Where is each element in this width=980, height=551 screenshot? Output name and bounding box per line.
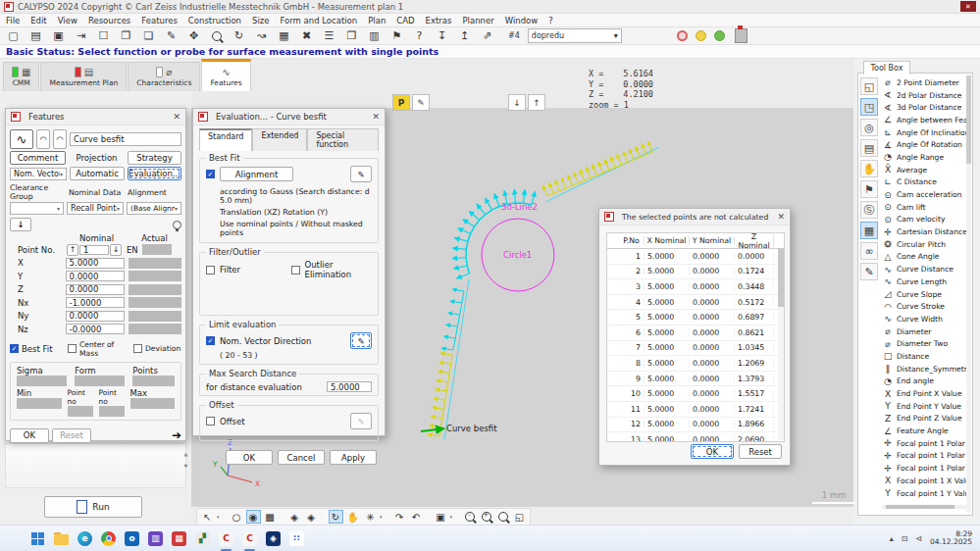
toolbox-item-cam-acceleration[interactable]: ⊙Cam acceleration [882,188,966,201]
probe-angle-icon[interactable]: ⇗ [480,29,494,43]
toolbox-item-2-point-diameter[interactable]: ⌀2 Point Diameter [882,76,966,89]
probe-mode-button[interactable]: ◉ [246,510,261,524]
toolbox-item-angle-between-features[interactable]: ∠Angle between Features [882,114,966,126]
probe-down-icon[interactable]: ↧ [435,29,449,43]
display-icon[interactable]: ⊡ [902,534,908,543]
start-button[interactable] [29,530,46,547]
menu-edit[interactable]: Edit [30,16,46,25]
rotate-ccw-button[interactable]: ↶ [409,510,424,524]
toolbox-hscrollbar[interactable] [882,505,966,509]
nominal-nx-input[interactable] [66,297,125,308]
menu-form-and-location[interactable]: Form and Location [280,16,357,25]
points-ok-button[interactable]: OK [691,444,734,459]
features-reset-button[interactable]: Reset [52,428,91,443]
pin-tools-button[interactable]: ⚑ [860,180,878,198]
table-row[interactable]: 65.00000.00000.8621 [607,326,784,341]
outlook-app[interactable]: o [124,530,140,547]
status-light-yellow[interactable] [696,30,706,41]
edge-browser[interactable]: e [77,530,93,547]
toolbox-item-end-point-y-value[interactable]: YEnd Point Y Value [882,400,966,413]
table-row[interactable]: 95.00000.00001.3793 [607,372,784,387]
eval-cancel-button[interactable]: Cancel [278,450,325,465]
hand-tools-button[interactable]: ✋ [860,160,878,177]
projection-button[interactable]: Projection [69,153,125,163]
tab-cmm[interactable]: ▦CMM [3,62,39,91]
form-tools-button[interactable]: ◳ [860,98,878,116]
table-row[interactable]: 25.00000.00000.1724 [607,265,784,280]
eval-tab-extended[interactable]: Extended [252,128,307,151]
search-tools-button[interactable]: ∞ [860,242,878,260]
select-rect-icon[interactable]: ☐ [96,29,111,43]
tray-chevron-icon[interactable]: ▴ [890,534,894,543]
table-row[interactable]: 135.00000.00002.0690 [607,432,784,441]
delete-icon[interactable]: ✖ [299,29,314,43]
view-cube-button[interactable]: ▣ [434,510,448,524]
probe-p-button[interactable]: P [392,94,410,111]
best-fit-checkbox[interactable]: ✓ [10,344,19,353]
table-row[interactable]: 15.00000.00000.0000 [607,249,784,265]
toolbox-item-angle-range[interactable]: ◔Angle Range [882,151,966,164]
move-icon[interactable]: ✥ [186,29,201,43]
limit-pencil-button[interactable]: ✎ [350,332,372,349]
best-fit-enable-checkbox[interactable]: ✓ [206,170,215,178]
zoom-window-button[interactable] [495,510,510,524]
offset-checkbox[interactable] [206,417,215,426]
feature-view-2-button[interactable]: ◈ [304,510,319,524]
nominal-y-input[interactable] [66,271,125,281]
rotate-cw-button[interactable]: ↷ [392,510,407,524]
table-row[interactable]: 75.00000.00001.0345 [607,341,784,357]
arrow-up-button[interactable]: ↑ [528,94,545,111]
probe-change-icon[interactable]: ↻ [232,29,246,43]
fit-view-button[interactable]: ◱ [512,510,527,524]
evaluation-titlebar[interactable]: Evaluation... - Curve besfit ✕ [193,109,385,125]
column-header-p-no[interactable]: P.No [619,236,645,245]
clipboard-icon[interactable]: ▥ [367,29,382,43]
comment-button[interactable]: Comment [10,151,66,165]
menu-view[interactable]: View [58,16,77,25]
search-icon[interactable] [209,29,224,43]
toolbox-item-feature-angle[interactable]: ∠Feature Angle [882,425,966,437]
filter-checkbox[interactable] [206,266,215,275]
menu-size[interactable]: Size [252,16,269,25]
nominal-x-input[interactable] [66,258,125,269]
points-dialog-titlebar[interactable]: The selected points are not calculated ✕ [599,209,790,225]
table-row[interactable]: 35.00000.00000.3448 [607,279,784,295]
toolbox-item-end-angle[interactable]: ◔End angle [882,376,966,388]
scroll-down-nub[interactable]: ▼ [182,463,189,469]
calypso-app-2[interactable]: C [241,530,258,547]
nominal-z-input[interactable] [66,284,125,295]
scroll-up-nub[interactable]: ▲ [182,451,189,457]
toolbox-item-cam-lift[interactable]: ⊙Cam lift [882,201,966,214]
copy-icon[interactable]: ❐ [119,29,133,43]
new-icon[interactable]: ▢ [6,29,21,43]
probe-select[interactable]: dopredu ▾ [528,28,622,43]
toolbox-item-focal-point-1-y-value[interactable]: YFocal point 1 Y Value [882,487,966,500]
toolbox-item-end-point-z-value[interactable]: ZEnd Point Z Value [882,413,966,426]
report-copy-icon[interactable]: ❐ [344,29,359,43]
search-distance-input[interactable] [327,381,372,392]
app-purple[interactable]: ▥ [147,530,164,547]
toolbox-item-focal-point-1-polar-position-an[interactable]: ✛Focal point 1 Polar position An [882,437,966,450]
toolbox-item-cartesian-distance[interactable]: ✛Cartesian Distance [882,225,966,238]
toolbox-item-end-point-x-value[interactable]: XEnd Point X Value [882,387,966,400]
case-tools-button[interactable]: ▦ [860,222,878,239]
points-table-scrollbar[interactable] [778,248,784,440]
evaluation-button[interactable]: Evaluation... [128,167,181,180]
insert-point-button[interactable]: ↓ [10,218,31,231]
nominal-data-select[interactable]: Recall Points▾ [67,202,124,215]
output-tools-button[interactable]: ▤ [860,139,878,157]
toolbox-item-focal-point-1-polar-position-he[interactable]: ✛Focal point 1 Polar position He [882,450,966,463]
edit-pencil-button[interactable]: ✎ [412,94,430,111]
arc-type-button-2[interactable]: ◠ [53,129,67,149]
toolbox-item-focal-point-1-x-value[interactable]: XFocal point 1 X Value [882,475,966,487]
speaker-icon[interactable]: ⊲ [915,534,922,543]
point-down-button[interactable]: ↓ [110,244,122,256]
feature-name-input[interactable] [70,132,181,146]
features-close-icon[interactable]: ✕ [173,112,181,122]
calypso-app-1[interactable]: C [218,530,234,547]
column-header-y-nominal[interactable]: Y Nominal [690,236,735,245]
eval-tab-standard[interactable]: Standard [199,128,252,151]
run-button[interactable]: Run [44,496,142,518]
close-button[interactable]: ✕ [960,1,976,12]
arrow-down-button[interactable]: ↓ [508,94,526,111]
